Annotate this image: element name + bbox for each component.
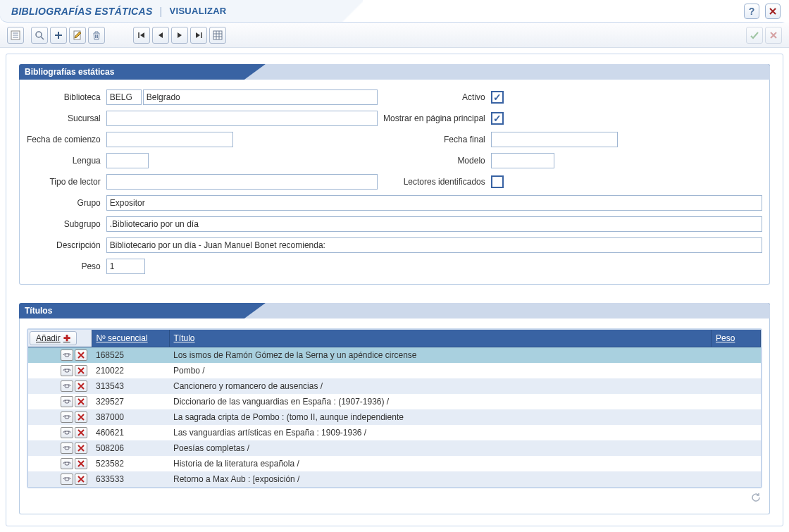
prev-icon <box>156 30 166 40</box>
label-biblioteca: Biblioteca <box>27 92 101 102</box>
input-tipo-lector[interactable] <box>106 174 378 190</box>
label-mostrar-principal: Mostrar en página principal <box>383 113 485 123</box>
input-lengua[interactable] <box>106 153 149 168</box>
plus-icon: ✚ <box>63 333 70 343</box>
checkbox-lectores-identificados[interactable] <box>491 175 504 188</box>
next-record-button[interactable] <box>171 27 188 44</box>
checkbox-mostrar-principal[interactable] <box>491 112 504 125</box>
search-button[interactable] <box>31 27 48 44</box>
input-fecha-comienzo[interactable] <box>106 132 233 147</box>
link-icon <box>63 429 71 436</box>
first-icon <box>137 30 147 40</box>
cell-peso <box>712 425 761 440</box>
row-delete-button[interactable] <box>75 474 87 485</box>
table-row[interactable]: 168525Los ismos de Ramón Gómez de la Ser… <box>28 347 761 364</box>
cell-secuencial: 460621 <box>92 425 169 440</box>
input-biblioteca-code[interactable] <box>106 89 142 105</box>
row-link-button[interactable] <box>61 474 73 485</box>
edit-button[interactable] <box>69 27 86 44</box>
breadcrumb-sub: VISUALIZAR <box>170 6 227 16</box>
breadcrumb-separator: | <box>160 6 163 17</box>
table-header-actions: Añadir ✚ <box>28 330 92 347</box>
label-lengua: Lengua <box>27 156 101 166</box>
cell-peso <box>712 471 761 487</box>
breadcrumb-main: BIBLIOGRAFÍAS ESTÁTICAS <box>11 6 153 17</box>
last-record-button[interactable] <box>190 27 207 44</box>
list-icon <box>11 30 20 40</box>
table-row[interactable]: 313543Cancionero y romancero de ausencia… <box>28 378 761 394</box>
delete-button[interactable] <box>88 27 105 44</box>
cell-secuencial: 210022 <box>92 363 169 378</box>
table-row[interactable]: 460621Las vanguardias artísticas en Espa… <box>28 425 761 440</box>
row-delete-button[interactable] <box>75 381 87 392</box>
prev-record-button[interactable] <box>152 27 169 44</box>
list-button[interactable] <box>7 27 24 44</box>
row-link-button[interactable] <box>61 412 73 423</box>
input-descripcion[interactable] <box>106 237 762 253</box>
add-row-button[interactable]: Añadir ✚ <box>30 331 77 345</box>
input-fecha-final[interactable] <box>491 132 618 147</box>
row-link-button[interactable] <box>61 458 73 469</box>
table-row[interactable]: 210022Pombo / <box>28 363 761 378</box>
toolbar <box>0 23 789 48</box>
input-grupo[interactable] <box>106 195 762 211</box>
cell-peso <box>712 363 761 378</box>
cell-peso <box>712 409 761 425</box>
input-peso[interactable] <box>106 259 145 274</box>
first-record-button[interactable] <box>133 27 150 44</box>
svg-point-1 <box>36 32 42 37</box>
cell-secuencial: 523582 <box>92 456 169 471</box>
table-header-secuencial[interactable]: Nº secuencial <box>92 330 169 347</box>
table-row[interactable]: 508206Poesías completas / <box>28 440 761 456</box>
cell-titulo: Cancionero y romancero de ausencias / <box>169 378 712 394</box>
plus-icon <box>54 30 63 40</box>
row-link-button[interactable] <box>61 443 73 454</box>
label-fecha-comienzo: Fecha de comienzo <box>27 135 101 144</box>
input-biblioteca-name[interactable] <box>143 89 378 105</box>
table-header-peso[interactable]: Peso <box>712 330 761 347</box>
row-link-button[interactable] <box>61 365 73 376</box>
link-icon <box>63 445 71 452</box>
titles-table: Añadir ✚ Nº secuencial Título Peso 16852… <box>28 330 761 487</box>
grid-button[interactable] <box>209 27 226 44</box>
input-sucursal[interactable] <box>106 111 378 126</box>
row-delete-button[interactable] <box>75 349 87 361</box>
row-delete-button[interactable] <box>75 427 87 438</box>
table-header-titulo[interactable]: Título <box>169 330 712 347</box>
close-button[interactable] <box>765 4 781 19</box>
row-link-button[interactable] <box>61 381 73 392</box>
delete-icon <box>77 445 85 452</box>
row-delete-button[interactable] <box>75 365 87 376</box>
content-area: Bibliografías estáticas Biblioteca Activ… <box>6 54 783 526</box>
section-title-titulos: Títulos <box>25 306 52 316</box>
row-delete-button[interactable] <box>75 396 87 407</box>
edit-icon <box>73 30 82 40</box>
close-icon <box>769 7 777 16</box>
section-header-bibliografias: Bibliografías estáticas <box>19 64 770 80</box>
delete-icon <box>77 460 85 467</box>
add-row-label: Añadir <box>36 333 61 343</box>
row-delete-button[interactable] <box>75 458 87 469</box>
table-row[interactable]: 329527Diccionario de las vanguardias en … <box>28 394 761 409</box>
input-modelo[interactable] <box>491 153 554 168</box>
row-link-button[interactable] <box>61 349 73 361</box>
cell-titulo: Las vanguardias artísticas en España : 1… <box>169 425 712 440</box>
svg-rect-3 <box>213 31 222 39</box>
row-delete-button[interactable] <box>75 412 87 423</box>
help-button[interactable]: ? <box>744 4 759 19</box>
checkbox-activo[interactable] <box>491 91 504 104</box>
cell-titulo: Diccionario de las vanguardias en España… <box>169 394 712 409</box>
row-link-button[interactable] <box>61 427 73 438</box>
cell-titulo: Historia de la literatura española / <box>169 456 712 471</box>
cell-titulo: Retorno a Max Aub : [exposición / <box>169 471 712 487</box>
cell-peso <box>712 347 761 364</box>
table-row[interactable]: 387000La sagrada cripta de Pombo : (tomo… <box>28 409 761 425</box>
label-tipo-lector: Tipo de lector <box>27 177 101 187</box>
refresh-button[interactable] <box>750 491 762 504</box>
add-button[interactable] <box>50 27 67 44</box>
table-row[interactable]: 633533Retorno a Max Aub : [exposición / <box>28 471 761 487</box>
row-link-button[interactable] <box>61 396 73 407</box>
row-delete-button[interactable] <box>75 443 87 454</box>
input-subgrupo[interactable] <box>106 216 762 232</box>
table-row[interactable]: 523582Historia de la literatura española… <box>28 456 761 471</box>
